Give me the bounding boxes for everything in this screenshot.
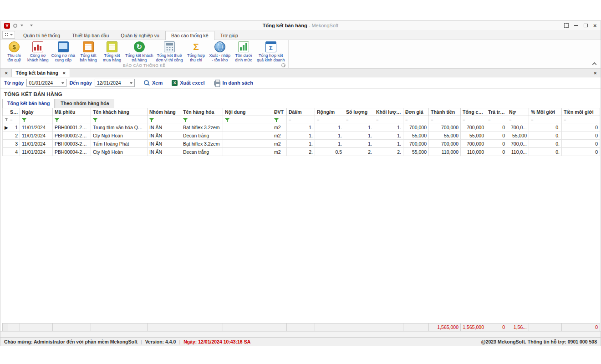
ribbon-button-1[interactable]: Công nợ khách hàng (26, 40, 50, 62)
filter-cell-8[interactable]: = (287, 116, 315, 123)
column-header-3[interactable]: Tên khách hàng (91, 108, 148, 116)
filter-cell-10[interactable]: = (344, 116, 374, 123)
to-date-combo[interactable]: 12/01/2024 (95, 79, 135, 87)
column-header-8[interactable]: Dài/m (287, 108, 315, 116)
quick-access-circle-icon[interactable] (13, 24, 17, 28)
separator: | (179, 339, 180, 344)
column-header-11[interactable]: Khối lượng (374, 108, 403, 116)
ribbon-button-10[interactable]: Tổng hợp kết quả kinh doanh (255, 40, 286, 62)
filter-cell-11[interactable]: = (374, 116, 403, 123)
filter-cell-17[interactable]: = (529, 116, 562, 123)
apps-menu-button[interactable] (2, 31, 15, 39)
equals-filter-icon: = (10, 117, 13, 122)
report-tab-0[interactable]: Tổng kết bán hàng (2, 99, 55, 108)
ribbon-tab-2[interactable]: Quản lý nghiệp vụ (115, 31, 165, 40)
fullscreen-icon[interactable] (564, 23, 569, 28)
ribbon-button-8[interactable]: Xuất - nhập - tồn kho (208, 40, 232, 62)
column-header-0[interactable]: STT (8, 108, 20, 116)
document-tab-close-icon[interactable] (62, 70, 66, 76)
column-header-6[interactable]: Nội dung (223, 108, 272, 116)
ribbon-button-9[interactable]: Tồn dưới định mức (232, 40, 255, 62)
document-tab-active[interactable]: Tổng kết bán hàng (11, 69, 71, 77)
table-row[interactable]: ▶111/01/2024PBH00001-290...Trung tâm văn… (3, 123, 600, 131)
view-button[interactable]: Xem (144, 80, 163, 86)
welcome-text: Chào mừng: Administrator đến với phần mề… (4, 339, 138, 344)
cell: 0 (562, 131, 600, 140)
ribbon-button-7[interactable]: Tổng hợp thu chi (184, 40, 208, 62)
filter-cell-6[interactable] (223, 116, 272, 123)
filter-cell-9[interactable]: = (315, 116, 344, 123)
filter-cell-12[interactable]: = (403, 116, 429, 123)
ribbon-collapse-icon[interactable] (592, 62, 597, 67)
column-header-5[interactable]: Tên hàng hóa (181, 108, 223, 116)
calculator-icon (164, 41, 175, 52)
ribbon-button-5[interactable]: Tổng kết khách trả hàng (124, 40, 155, 62)
grid-menu-icon (5, 33, 9, 37)
column-header-4[interactable]: Nhóm hàng (148, 108, 181, 116)
ribbon-tab-3[interactable]: Báo cáo thống kê (165, 31, 214, 40)
cell: 700,000 (403, 140, 429, 148)
ribbon-tab-1[interactable]: Thiết lập ban đầu (66, 31, 115, 40)
summary-cell-3 (91, 324, 148, 331)
summary-cell-9 (315, 324, 344, 331)
column-header-15[interactable]: Trả trư... (486, 108, 507, 116)
filter-cell-0[interactable]: = (8, 116, 20, 123)
quick-access-caret-icon[interactable] (20, 25, 23, 26)
column-header-14[interactable]: Tổng cộng (461, 108, 486, 116)
filter-cell-15[interactable]: = (486, 116, 507, 123)
cell: 2. (374, 148, 403, 156)
filter-cell-16[interactable]: = (507, 116, 529, 123)
horizontal-scrollbar[interactable] (0, 331, 601, 337)
column-header-9[interactable]: Rộng/m (315, 108, 344, 116)
minimize-button[interactable] (574, 25, 578, 26)
column-header-7[interactable]: ĐVT (272, 108, 287, 116)
ribbon-tab-4[interactable]: Trợ giúp (214, 31, 244, 40)
table-row[interactable]: 211/01/2024PBH00002-290...Cty Ngô HoànIN… (3, 131, 600, 140)
filter-cell-14[interactable]: = (461, 116, 486, 123)
cell: 2. (287, 148, 315, 156)
cell: 0. (529, 131, 562, 140)
filter-cell-13[interactable]: = (429, 116, 461, 123)
column-header-16[interactable]: Nợ (507, 108, 529, 116)
cell: 700,000 (461, 140, 486, 148)
filter-cell-7[interactable] (272, 116, 287, 123)
column-header-17[interactable]: % Môi giới (529, 108, 562, 116)
cell: 4 (8, 148, 20, 156)
filter-cell-2[interactable] (53, 116, 91, 123)
filter-cell-4[interactable] (148, 116, 181, 123)
close-button[interactable] (593, 23, 597, 28)
group-dialog-launcher-icon[interactable] (281, 63, 285, 67)
close-tab-left-icon[interactable] (1, 70, 11, 77)
column-header-2[interactable]: Mã phiếu (53, 108, 91, 116)
column-header-10[interactable]: Số lượng (344, 108, 374, 116)
table-row[interactable]: 311/01/2024PBH00003-290...Tấm Hoàng Phát… (3, 140, 600, 148)
table-row[interactable]: 411/01/2024PBH00004-290...Cty Ngô HoànIN… (3, 148, 600, 156)
summary-cell-13: 1,565,000 (429, 324, 461, 331)
maximize-button[interactable] (584, 24, 588, 27)
ribbon-button-0[interactable]: Thu chi tồn quỹ (2, 40, 26, 62)
grid-filter-row: ============ (3, 116, 600, 123)
ribbon-tab-0[interactable]: Quản trị hệ thống (17, 31, 66, 40)
notebook-yellow-icon (107, 41, 117, 52)
filter-cell-18[interactable]: = (562, 116, 600, 123)
ribbon-button-2[interactable]: Công nợ nhà cung cấp (50, 40, 76, 62)
ribbon-button-4[interactable]: Tổng kết mua hàng (100, 40, 124, 62)
print-list-button[interactable]: In danh sách (214, 80, 253, 86)
from-date-combo[interactable]: 01/01/2024 (26, 79, 66, 87)
column-header-12[interactable]: Đơn giá (403, 108, 429, 116)
summary-cell-12 (403, 324, 429, 331)
close-all-tabs-icon[interactable] (591, 70, 599, 76)
cell: 700,000 (429, 123, 461, 131)
equals-filter-icon: = (488, 117, 491, 122)
column-header-13[interactable]: Thành tiền (429, 108, 461, 116)
export-excel-button[interactable]: Xuất excel (172, 80, 204, 86)
filter-cell-1[interactable] (20, 116, 53, 123)
toolbar-options-caret-icon[interactable] (30, 25, 33, 26)
column-header-1[interactable]: Ngày (20, 108, 53, 116)
column-header-18[interactable]: Tiền môi giới (562, 108, 600, 116)
ribbon-button-6[interactable]: Tổng kết thuê đơn vị thi công (155, 40, 184, 62)
report-tab-1[interactable]: Theo nhóm hàng hóa (56, 99, 114, 108)
filter-cell-3[interactable] (91, 116, 148, 123)
ribbon-button-3[interactable]: Tổng kết bán hàng (76, 40, 100, 62)
filter-cell-5[interactable] (181, 116, 223, 123)
